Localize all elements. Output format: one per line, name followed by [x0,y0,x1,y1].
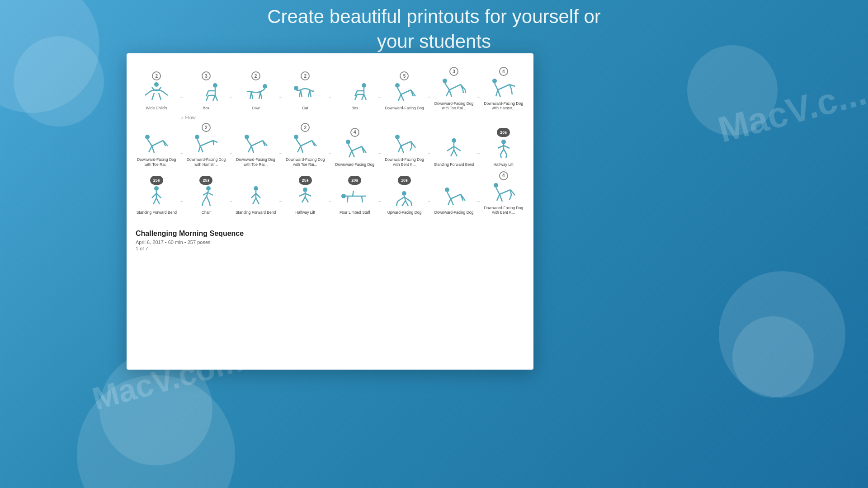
label-downdog-1: Downward-Facing Dog [385,106,424,110]
svg-point-13 [395,135,400,139]
svg-point-3 [294,86,298,90]
badge-r3-updog: 10s [398,176,411,185]
pose-wide-childs: 2 Wide Child's [136,71,178,110]
pose-r3-halfway: 25s Halfway Lift [284,176,326,215]
label-r2-1: Downward-Facing Dog with Toe Rai... [136,157,177,166]
badge-r2-4: 2 [301,123,310,132]
svg-point-8 [145,135,150,139]
badge-r2-8: 20s [497,128,510,137]
pose-r2-5: 4 Downward-Facing Dog [334,128,376,167]
pose-downdog-hamstr-1: 4 Downward-Facing Dog with Hamstr... [482,67,524,110]
svg-point-16 [154,186,159,191]
badge-downdog-hamstr-1: 4 [499,67,508,76]
badge-downdog-1: 5 [400,71,409,80]
badge-r2-5: 4 [350,128,359,137]
pose-downdog-toe-1: 3 Downward-Facing Dog with Toe Rai. [433,67,475,110]
pose-r2-4: 2 Downward-Facing Dog with Toe Rai... [284,123,326,166]
label-r2-6: Downward-Facing Dog with Bent K... [384,157,425,166]
pose-r3-downdog-bent: 4 Downward-Facing Dog with Bent K... [482,171,524,215]
svg-point-23 [494,183,498,188]
pose-r2-2: 2 Downward-Facing Dog with Hamstr... [185,123,227,166]
poses-row-1: 2 Wide Child's [136,67,524,110]
pose-r3-1: 25s Standing Forward Bend [136,176,178,215]
svg-point-5 [395,83,400,88]
pose-r3-updog: 10s Upward-Facing Dog [383,176,425,215]
badge-r3-chair: 25s [199,176,212,185]
label-r2-4: Downward-Facing Dog with Toe Rai... [285,157,326,166]
badge-r3-1: 25s [150,176,163,185]
badge-r3-halfway: 25s [299,176,312,185]
svg-point-22 [445,188,449,192]
svg-point-7 [492,79,497,83]
label-r2-3: Downward-Facing Dog with Toe Rai... [236,157,276,166]
svg-point-14 [452,138,456,143]
badge-downdog-toe-1: 3 [449,67,458,76]
pose-r2-3: Downward-Facing Dog with Toe Rai... [235,133,277,166]
poses-section-1: 2 Wide Child's [136,67,524,110]
pose-r2-1: Downward-Facing Dog with Toe Rai... [136,133,178,166]
header-section: Create beautiful printouts for yourself … [0,0,868,54]
flow-label: ♪Flow [181,115,524,120]
label-downdog-hamstr-1: Downward-Facing Dog with Hamstr... [483,101,524,110]
header-line1: Create beautiful printouts for yourself … [0,5,868,29]
svg-point-21 [402,191,406,196]
label-r2-7: Standing Forward Bend [434,162,474,167]
poses-row-2: Downward-Facing Dog with Toe Rai... 2 [136,123,524,166]
pose-r2-8: 20s Halfway Lift [482,128,524,167]
sequence-page-info: 1 of 7 [136,246,524,251]
badge-cat: 2 [301,71,310,80]
svg-point-18 [254,186,258,191]
svg-point-2 [263,84,267,89]
svg-point-17 [206,186,211,191]
pose-r3-chair: 25s Chair [185,176,227,215]
pose-r2-6: Downward-Facing Dog with Bent K... [383,133,425,166]
svg-point-15 [501,140,506,144]
sequence-meta-date: April 6, 2017 • 60 min • 257 poses [136,239,524,245]
svg-point-19 [303,188,307,192]
svg-point-4 [362,83,366,88]
pose-cat: 2 Cat [284,71,326,110]
label-cat: Cat [302,106,308,110]
svg-point-12 [346,140,350,144]
pose-cow: 2 Cow [235,71,277,110]
badge-cow: 2 [251,71,260,80]
poses-section-2: Downward-Facing Dog with Toe Rai... 2 [136,123,524,166]
label-r3-fourlimbed: Four Limbed Staff [340,210,370,215]
header-line2: your students [0,29,868,54]
label-box-2: Box [351,106,358,110]
poses-section-3: 25s Standing Forward Bend 25s [136,171,524,215]
label-r3-updog: Upward-Facing Dog [387,210,422,215]
pose-r3-fourlimbed: 20s Four Limbed Staff [334,176,376,215]
svg-point-0 [154,82,159,87]
svg-point-10 [245,135,249,139]
label-box-1: Box [203,106,210,110]
pose-box-1: 3 Box [185,71,227,110]
label-r3-downdog-bent: Downward-Facing Dog with Bent K... [483,206,524,215]
label-r2-5: Downward-Facing Dog [335,162,374,167]
pose-r3-downdog: Downward-Facing Dog [433,186,475,215]
badge-r3-downdog-bent: 4 [499,171,508,180]
label-r2-2: Downward-Facing Dog with Hamstr... [186,157,226,166]
sequence-title: Challenging Morning Sequence [136,230,524,238]
label-r2-8: Halfway Lift [494,162,514,167]
sequence-footer: Challenging Morning Sequence April 6, 20… [136,223,524,251]
label-r3-3: Standing Forward Bend [236,210,276,215]
label-r3-chair: Chair [202,210,211,215]
label-r3-downdog: Downward-Facing Dog [434,210,473,215]
pose-downdog-1: 5 Downward-Facing Dog [383,71,425,110]
badge-wide-childs: 2 [152,71,161,80]
badge-box-1: 3 [202,71,211,80]
printout-card: 2 Wide Child's [127,53,533,370]
svg-point-6 [443,79,447,83]
svg-point-9 [195,135,199,139]
pose-box-2: Box [334,82,376,110]
poses-row-3: 25s Standing Forward Bend 25s [136,171,524,215]
badge-r2-2: 2 [202,123,211,132]
label-downdog-toe-1: Downward-Facing Dog with Toe Rai... [434,101,474,110]
pose-r3-3: Standing Forward Bend [235,186,277,215]
svg-point-1 [213,83,217,88]
label-r3-1: Standing Forward Bend [137,210,177,215]
label-cow: Cow [252,106,259,110]
label-wide-childs: Wide Child's [146,106,167,110]
badge-r3-fourlimbed: 20s [348,176,361,185]
